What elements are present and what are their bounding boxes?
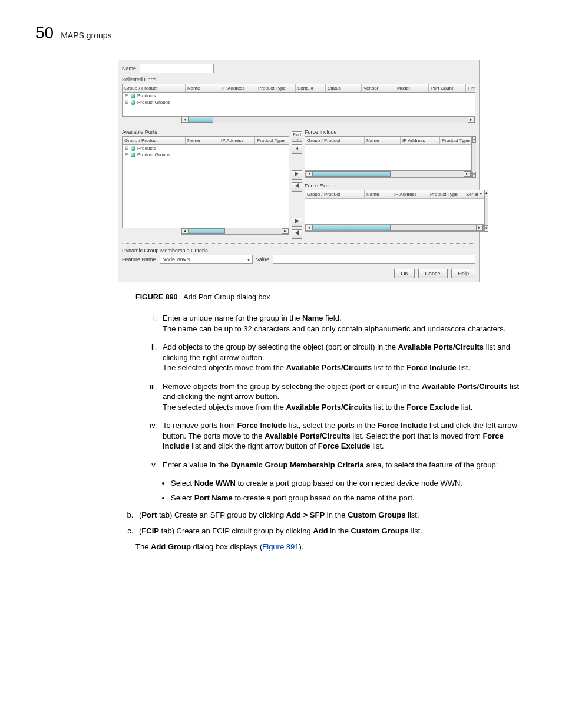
ok-button[interactable]: OK <box>394 269 415 278</box>
available-ports-hscroll[interactable]: ◂ ▸ <box>181 228 289 235</box>
col-serial[interactable]: Serial # <box>296 84 326 92</box>
step-v: Enter a value in the Dynamic Group Membe… <box>159 460 527 470</box>
scroll-up-icon[interactable]: ▴ <box>485 190 488 196</box>
tree-products[interactable]: ⊞ Products <box>123 145 289 151</box>
cancel-button[interactable]: Cancel <box>418 269 448 278</box>
feature-name-label: Feature Name <box>122 256 156 262</box>
figure-caption: FIGURE 890 Add Port Group dialog box <box>135 293 527 301</box>
expand-icon[interactable]: ⊞ <box>125 93 129 98</box>
chapter-number: 50 <box>35 24 54 42</box>
scroll-left-icon[interactable]: ◂ <box>181 117 189 123</box>
find-prev-button[interactable]: ◂ <box>292 144 302 154</box>
col-group[interactable]: Group / Product <box>123 84 186 92</box>
expand-icon[interactable]: ⊞ <box>125 100 129 105</box>
available-ports-tree[interactable]: ⊞ Products ⊞ Product Groups <box>122 144 289 228</box>
col-portcount[interactable]: Port Count <box>429 84 466 92</box>
feature-name-select[interactable]: Node WWN ▼ <box>160 255 253 264</box>
exclude-right-arrow-button[interactable] <box>292 218 302 227</box>
force-exclude-hscroll[interactable]: ◂ ▸ <box>305 224 484 231</box>
scroll-thumb[interactable] <box>313 171 391 177</box>
find-button[interactable]: Find > <box>292 131 302 142</box>
col-name[interactable]: Name <box>186 84 220 92</box>
scroll-thumb[interactable] <box>189 228 225 234</box>
available-ports-header: Group / Product Name IP Address Product … <box>122 136 289 144</box>
selected-ports-header: Group / Product Name IP Address Product … <box>122 84 475 92</box>
value-label: Value <box>256 256 269 262</box>
force-include-title: Force Include <box>305 129 475 135</box>
bullet-node-wwn: Select Node WWN to create a port group b… <box>171 479 527 487</box>
col-ip[interactable]: IP Address <box>392 190 428 198</box>
col-vendor[interactable]: Vendor <box>362 84 395 92</box>
globe-icon <box>131 100 135 105</box>
help-button[interactable]: Help <box>451 269 475 278</box>
selected-ports-tree[interactable]: ⊞ Products ⊞ Product Groups <box>122 92 475 117</box>
step-b: (Port tab) Create an SFP group by clicki… <box>135 510 527 519</box>
col-ptype[interactable]: Product Type <box>428 190 464 198</box>
col-ip[interactable]: IP Address <box>219 137 255 144</box>
feature-bullets: Select Node WWN to create a port group b… <box>171 479 527 502</box>
col-serial[interactable]: Serial # <box>464 190 484 198</box>
col-group[interactable]: Group / Product <box>123 137 186 144</box>
force-exclude-vscroll[interactable]: ▴ ▾ <box>484 190 488 232</box>
scroll-right-icon[interactable]: ▸ <box>282 228 289 234</box>
step-iv: To remove ports from Force Include list,… <box>159 420 527 452</box>
feature-name-value: Node WWN <box>163 256 191 262</box>
include-right-arrow-button[interactable] <box>292 170 302 180</box>
step-c: (FCIP tab) Create an FCIP circuit group … <box>135 526 527 535</box>
col-group[interactable]: Group / Product <box>305 190 365 198</box>
col-name[interactable]: Name <box>365 190 392 198</box>
scroll-up-icon[interactable]: ▴ <box>472 136 476 143</box>
col-firm[interactable]: Firm <box>466 84 475 92</box>
scroll-left-icon[interactable]: ◂ <box>181 228 189 234</box>
force-include-hscroll[interactable]: ◂ ▸ <box>305 170 471 177</box>
figure-label: FIGURE 890 <box>135 293 178 301</box>
selected-ports-hscroll[interactable]: ◂ ▸ <box>181 116 475 123</box>
col-ip[interactable]: IP Address <box>220 84 256 92</box>
value-input[interactable] <box>273 255 475 264</box>
force-exclude-table[interactable]: Group / Product Name IP Address Product … <box>305 190 484 232</box>
instruction-steps: Enter a unique name for the group in the… <box>159 313 527 470</box>
bullet-port-name: Select Port Name to create a port group … <box>171 493 527 502</box>
scroll-left-icon[interactable]: ◂ <box>306 171 313 177</box>
step-i: Enter a unique name for the group in the… <box>159 313 527 334</box>
step-ii: Add objects to the group by selecting th… <box>159 342 527 373</box>
scroll-right-icon[interactable]: ▸ <box>464 171 471 177</box>
col-ip[interactable]: IP Address <box>401 137 440 144</box>
scroll-down-icon[interactable]: ▾ <box>485 225 488 232</box>
scroll-right-icon[interactable]: ▸ <box>476 225 483 230</box>
tree-product-groups[interactable]: ⊞ Product Groups <box>123 151 289 158</box>
tree-label: Products <box>137 93 156 98</box>
col-ptype[interactable]: Product Type <box>256 84 296 92</box>
step-iii: Remove objects from the group by selecti… <box>159 381 527 413</box>
col-ptype[interactable]: Product Type <box>440 137 471 144</box>
force-include-table[interactable]: Group / Product Name IP Address Product … <box>305 136 472 178</box>
available-ports-title: Available Ports <box>122 129 289 135</box>
col-ptype[interactable]: Product Type <box>255 137 289 144</box>
name-label: Name <box>122 65 136 71</box>
tree-products[interactable]: ⊞ Products <box>123 93 475 99</box>
scroll-left-icon[interactable]: ◂ <box>306 225 313 230</box>
scroll-right-icon[interactable]: ▸ <box>468 117 475 123</box>
include-left-arrow-button[interactable] <box>292 182 302 192</box>
tree-label: Product Groups <box>137 152 170 157</box>
final-paragraph: The Add Group dialog box displays (Figur… <box>135 542 527 551</box>
force-include-vscroll[interactable]: ▴ ▾ <box>472 136 476 178</box>
col-name[interactable]: Name <box>186 137 219 144</box>
name-input[interactable] <box>140 64 214 73</box>
expand-icon[interactable]: ⊞ <box>125 152 129 157</box>
scroll-down-icon[interactable]: ▾ <box>472 172 476 178</box>
col-name[interactable]: Name <box>365 137 401 144</box>
col-group[interactable]: Group / Product <box>305 137 365 144</box>
figure-891-link[interactable]: Figure 891 <box>262 542 299 551</box>
tree-label: Product Groups <box>137 100 170 105</box>
exclude-left-arrow-button[interactable] <box>292 229 302 239</box>
figure-text: Add Port Group dialog box <box>183 293 270 301</box>
tree-product-groups[interactable]: ⊞ Product Groups <box>123 99 475 106</box>
col-status[interactable]: Status <box>326 84 362 92</box>
scroll-thumb[interactable] <box>189 117 213 123</box>
chevron-down-icon: ▼ <box>247 258 251 262</box>
col-model[interactable]: Model <box>395 84 429 92</box>
add-port-group-dialog: Name Selected Ports Group / Product Name… <box>118 60 480 282</box>
scroll-thumb[interactable] <box>313 225 391 230</box>
expand-icon[interactable]: ⊞ <box>125 146 129 151</box>
